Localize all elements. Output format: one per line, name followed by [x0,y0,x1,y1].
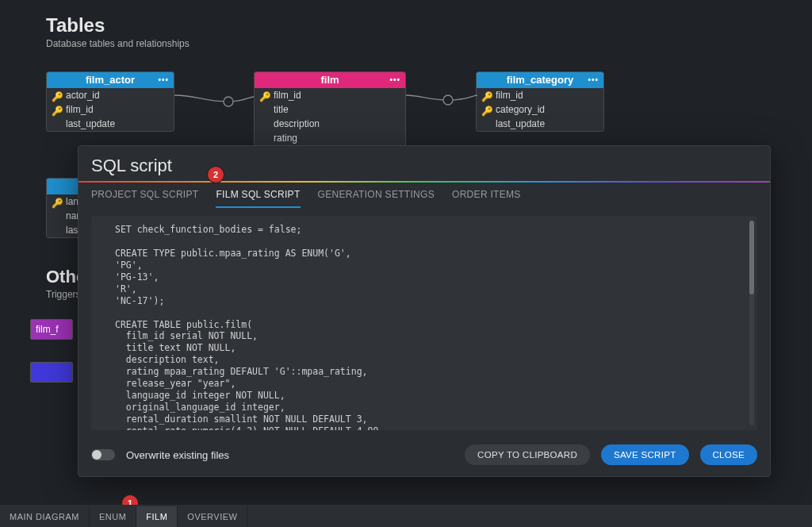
col: film_id [274,90,301,101]
col: film_id [66,104,94,115]
more-icon[interactable]: ••• [389,72,400,88]
close-button[interactable]: CLOSE [700,444,758,465]
table-name: film_actor [86,72,135,88]
table-header[interactable]: film_actor ••• [47,72,174,88]
svg-point-0 [224,97,233,106]
col: rating [274,133,297,144]
blank-icon [52,120,61,128]
table-name: film_category [507,72,574,88]
page-subtitle: Database tables and relationships [46,38,190,49]
save-script-button[interactable]: SAVE SCRIPT [601,444,689,465]
relationship-line [173,87,255,111]
col: category_id [496,104,545,115]
chip-blue[interactable] [30,362,73,383]
bottom-tab-film[interactable]: FILM [136,506,178,527]
code-viewer: SET check_function_bodies = false; CREAT… [91,216,757,430]
page-header: Tables Database tables and relationships [46,14,190,49]
modal-tabs: PROJECT SQL SCRIPT FILM SQL SCRIPT GENER… [79,183,770,208]
table-header[interactable]: film ••• [255,72,405,88]
col: title [274,104,289,115]
scrollbar[interactable] [749,221,754,425]
tab-film-sql[interactable]: FILM SQL SCRIPT [216,189,300,208]
sql-script-modal: SQL script PROJECT SQL SCRIPT FILM SQL S… [78,145,771,477]
more-icon[interactable]: ••• [158,72,169,88]
overwrite-label: Overwrite existing files [126,449,454,461]
pk-icon: 🔑 [52,106,61,113]
bottom-tab-enum[interactable]: ENUM [90,506,136,527]
more-icon[interactable]: ••• [588,72,599,88]
copy-to-clipboard-button[interactable]: COPY TO CLIPBOARD [465,444,590,465]
chip-film-f[interactable]: film_f [30,319,73,340]
modal-footer: Overwrite existing files COPY TO CLIPBOA… [79,437,770,476]
bottom-tab-main-diagram[interactable]: MAIN DIAGRAM [0,506,90,527]
col: description [274,118,320,129]
pk-icon: 🔑 [52,91,61,99]
col: film_id [496,90,523,101]
pk-icon: 🔑 [259,91,269,99]
pk-icon: 🔑 [52,198,61,206]
table-name: film [320,72,339,88]
tab-order-items[interactable]: ORDER ITEMS [452,189,521,208]
tab-project-sql[interactable]: PROJECT SQL SCRIPT [91,189,198,208]
col: actor_id [66,90,100,101]
pk-icon: 🔑 [481,91,491,99]
modal-title: SQL script [79,146,770,181]
col: last_update [496,118,545,129]
svg-point-1 [443,95,453,105]
table-header[interactable]: film_category ••• [477,72,603,88]
relationship-line [404,86,479,110]
table-card-film-category[interactable]: film_category ••• 🔑film_id 🔑category_id … [476,71,604,132]
tab-generation-settings[interactable]: GENERATION SETTINGS [318,189,435,208]
sql-code[interactable]: SET check_function_bodies = false; CREAT… [91,216,757,430]
table-card-film-actor[interactable]: film_actor ••• 🔑actor_id 🔑film_id last_u… [46,71,174,132]
overwrite-toggle[interactable] [91,449,115,460]
col: last_update [66,118,115,129]
bottom-tab-overview[interactable]: OVERVIEW [178,506,247,527]
bottom-tab-bar: MAIN DIAGRAM ENUM FILM OVERVIEW [0,505,812,527]
callout-badge-2: 2 [208,167,224,183]
page-title: Tables [46,14,190,37]
pk-icon: 🔑 [481,106,491,113]
